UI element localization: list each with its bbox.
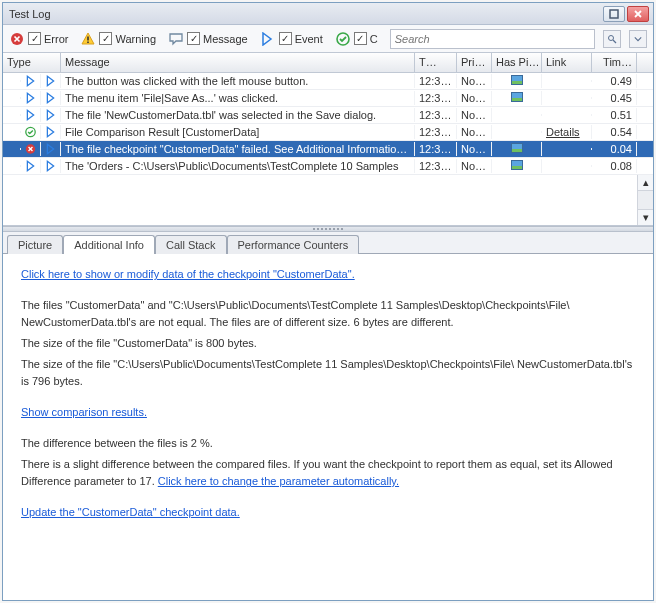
log-grid: Type Message T… Pri… Has Pi… Link Tim… T…	[3, 53, 653, 226]
filter-warning[interactable]: Warning	[80, 31, 156, 47]
table-row[interactable]: The button was clicked with the left mou…	[3, 73, 653, 90]
row-priority: No…	[457, 108, 492, 122]
header-scroll-spacer	[637, 53, 653, 72]
info-text: The size of the file "C:\Users\Public\Do…	[21, 356, 635, 390]
info-text: There is a slight difference between the…	[21, 456, 635, 490]
row-type-icon	[21, 74, 41, 88]
tab-picture[interactable]: Picture	[7, 235, 63, 254]
scroll-up-icon[interactable]: ▴	[638, 175, 653, 191]
col-time[interactable]: T…	[415, 53, 457, 72]
filter-error[interactable]: Error	[9, 31, 68, 47]
error-icon	[9, 31, 25, 47]
col-link[interactable]: Link	[542, 53, 592, 72]
table-row[interactable]: The file 'NewCustomerData.tbl' was selec…	[3, 107, 653, 124]
row-link	[542, 97, 592, 99]
titlebar: Test Log	[3, 3, 653, 25]
search-input[interactable]	[395, 33, 590, 45]
link-compare[interactable]: Show comparison results.	[21, 406, 147, 418]
row-time: 12:3…	[415, 74, 457, 88]
close-button[interactable]	[627, 6, 649, 22]
table-row[interactable]: The 'Orders - C:\Users\Public\Documents\…	[3, 158, 653, 175]
scroll-track[interactable]	[638, 191, 653, 209]
filter-checkpoint[interactable]: C	[335, 31, 378, 47]
col-priority[interactable]: Pri…	[457, 53, 492, 72]
error-label: Error	[44, 33, 68, 45]
row-priority: No…	[457, 91, 492, 105]
row-link[interactable]: Details	[542, 125, 592, 139]
warning-label: Warning	[115, 33, 156, 45]
row-pointer-icon	[41, 125, 61, 139]
tree-expand-spacer	[3, 131, 21, 133]
picture-icon	[511, 92, 523, 102]
checkpoint-checkbox[interactable]	[354, 32, 367, 45]
window-buttons	[601, 6, 649, 22]
table-row[interactable]: File Comparison Result [CustomerData]12:…	[3, 124, 653, 141]
info-text: The files "CustomerData" and "C:\Users\P…	[21, 297, 635, 331]
row-timing: 0.54	[592, 125, 637, 139]
row-timing: 0.08	[592, 159, 637, 173]
picture-icon	[511, 160, 523, 170]
additional-info-panel: Click here to show or modify data of the…	[3, 254, 653, 600]
grid-empty-area: ▴ ▾	[3, 175, 653, 225]
filter-event[interactable]: Event	[260, 31, 323, 47]
scroll-down-icon[interactable]: ▾	[638, 209, 653, 225]
row-timing: 0.45	[592, 91, 637, 105]
row-message: The file 'NewCustomerData.tbl' was selec…	[61, 108, 415, 122]
info-text: The difference between the files is 2 %.	[21, 435, 635, 452]
link-show-checkpoint[interactable]: Click here to show or modify data of the…	[21, 268, 355, 280]
row-message: The file checkpoint "CustomerData" faile…	[61, 142, 415, 156]
row-pointer-icon	[41, 74, 61, 88]
maximize-button[interactable]	[603, 6, 625, 22]
col-haspicture[interactable]: Has Pi…	[492, 53, 542, 72]
grid-body: The button was clicked with the left mou…	[3, 73, 653, 175]
row-picture	[492, 142, 542, 156]
window-title: Test Log	[7, 8, 601, 20]
row-message: The button was clicked with the left mou…	[61, 74, 415, 88]
test-log-window: Test Log Error Warning Message Event	[2, 2, 654, 601]
tab-performance-counters[interactable]: Performance Counters	[227, 235, 360, 254]
svg-line-6	[613, 40, 616, 43]
table-row[interactable]: The menu item 'File|Save As...' was clic…	[3, 90, 653, 107]
row-message: The menu item 'File|Save As...' was clic…	[61, 91, 415, 105]
event-icon	[260, 31, 276, 47]
tree-expand-spacer	[3, 97, 21, 99]
row-type-icon	[21, 125, 41, 139]
col-type[interactable]: Type	[3, 53, 61, 72]
link-change-param[interactable]: Click here to change the parameter autom…	[158, 475, 399, 487]
filter-toolbar: Error Warning Message Event C	[3, 25, 653, 53]
search-options-button[interactable]	[603, 30, 621, 48]
message-checkbox[interactable]	[187, 32, 200, 45]
row-link	[542, 165, 592, 167]
message-icon	[168, 31, 184, 47]
toolbar-menu-button[interactable]	[629, 30, 647, 48]
row-priority: No…	[457, 74, 492, 88]
tab-additional-info[interactable]: Additional Info	[63, 235, 155, 254]
filter-message[interactable]: Message	[168, 31, 248, 47]
row-type-icon	[21, 159, 41, 173]
col-timing[interactable]: Tim…	[592, 53, 637, 72]
row-message: File Comparison Result [CustomerData]	[61, 125, 415, 139]
search-box[interactable]	[390, 29, 595, 49]
row-pointer-icon	[41, 91, 61, 105]
col-message[interactable]: Message	[61, 53, 415, 72]
event-checkbox[interactable]	[279, 32, 292, 45]
row-picture	[492, 131, 542, 133]
link-update-checkpoint[interactable]: Update the "CustomerData" checkpoint dat…	[21, 506, 240, 518]
row-priority: No…	[457, 159, 492, 173]
row-picture	[492, 74, 542, 88]
event-label: Event	[295, 33, 323, 45]
tree-expand-spacer	[3, 165, 21, 167]
row-pointer-icon	[41, 159, 61, 173]
row-timing: 0.49	[592, 74, 637, 88]
warning-checkbox[interactable]	[99, 32, 112, 45]
grid-header[interactable]: Type Message T… Pri… Has Pi… Link Tim…	[3, 53, 653, 73]
tab-call-stack[interactable]: Call Stack	[155, 235, 227, 254]
row-link	[542, 148, 592, 150]
detail-tabs: PictureAdditional InfoCall StackPerforma…	[3, 232, 653, 254]
checkpoint-label: C	[370, 33, 378, 45]
vertical-scrollbar[interactable]: ▴ ▾	[637, 175, 653, 225]
svg-point-5	[609, 35, 614, 40]
row-link	[542, 114, 592, 116]
table-row[interactable]: The file checkpoint "CustomerData" faile…	[3, 141, 653, 158]
error-checkbox[interactable]	[28, 32, 41, 45]
